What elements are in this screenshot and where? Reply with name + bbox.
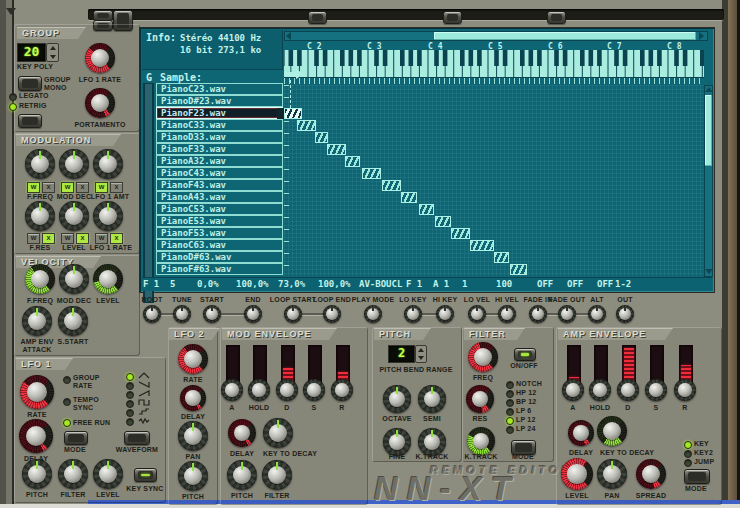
sample-zone[interactable]	[362, 168, 381, 179]
zone-grid[interactable]	[284, 85, 704, 277]
amp-env-pan-knob[interactable]	[597, 459, 627, 489]
keymap-hscroll-thumb[interactable]	[434, 32, 696, 40]
fade-out-knob[interactable]	[558, 305, 576, 323]
alt-knob[interactable]	[588, 305, 606, 323]
mod-env-delay-knob[interactable]	[228, 419, 256, 447]
sample-zone[interactable]	[451, 228, 470, 239]
lo-key-knob[interactable]	[404, 305, 422, 323]
mod-lfo1amt-knob[interactable]	[93, 149, 123, 179]
zone-vscroll[interactable]	[704, 85, 713, 277]
sample-zone[interactable]	[510, 264, 527, 275]
amp-env-d-knob[interactable]	[617, 379, 639, 401]
lfo2-pitch-knob[interactable]	[178, 461, 208, 491]
sample-row[interactable]: PianoD#63.wav	[156, 251, 283, 263]
vscroll-up-icon[interactable]	[705, 87, 713, 92]
lfo1-filter-knob[interactable]	[58, 459, 88, 489]
mod-moddec-w-button[interactable]: W	[61, 182, 74, 193]
keyboard[interactable]	[284, 50, 704, 78]
lfo1-delay-knob[interactable]	[19, 419, 53, 453]
sample-row[interactable]: PianoF33.wav	[156, 143, 283, 155]
sample-row[interactable]: PianoD#23.wav	[156, 95, 283, 107]
legato-retrig-button[interactable]	[18, 114, 42, 128]
sample-row[interactable]: PianoC33.wav	[156, 119, 283, 131]
mod-env-r-knob[interactable]	[331, 379, 353, 401]
amp-env-s-knob[interactable]	[645, 379, 667, 401]
mod-fres-knob[interactable]	[25, 201, 55, 231]
amp-env-key-to-decay-knob[interactable]	[597, 416, 627, 446]
amp-env-hold-knob[interactable]	[589, 379, 611, 401]
pitch-semi-knob[interactable]	[418, 385, 446, 413]
sample-zone[interactable]	[401, 192, 417, 203]
pitch-bend-up-icon[interactable]	[418, 348, 424, 352]
hscroll-right-icon[interactable]	[699, 32, 704, 40]
select-zone-via-midi-button[interactable]	[308, 11, 327, 24]
filter-res-knob[interactable]	[466, 385, 494, 413]
amp-env-a-knob[interactable]	[562, 379, 584, 401]
pitch-octave-knob[interactable]	[383, 385, 411, 413]
solo-sample-button[interactable]	[443, 11, 462, 24]
lfo1-mode-button[interactable]	[64, 431, 88, 445]
mod-env-d-knob[interactable]	[276, 379, 298, 401]
mod-level-knob[interactable]	[59, 201, 89, 231]
fade-in-knob[interactable]	[529, 305, 547, 323]
sample-row[interactable]: PianoD33.wav	[156, 131, 283, 143]
lfo2-delay-knob[interactable]	[180, 385, 206, 411]
mod-env-pitch-knob[interactable]	[227, 460, 257, 490]
sample-row[interactable]: PianoA32.wav	[156, 155, 283, 167]
mod-level-x-button[interactable]: X	[76, 233, 89, 244]
amp-env-spread-knob[interactable]	[636, 459, 666, 489]
vel-sstart-knob[interactable]	[58, 306, 88, 336]
group-marker[interactable]	[284, 72, 296, 77]
vscroll-down-icon[interactable]	[705, 269, 713, 274]
mod-lfo1amt-w-button[interactable]: W	[95, 182, 108, 193]
pitch-fine-knob[interactable]	[383, 428, 411, 456]
filter-freq-knob[interactable]	[468, 342, 498, 372]
group-mono-button[interactable]	[18, 76, 42, 91]
portamento-knob[interactable]	[85, 88, 115, 118]
sample-zone[interactable]	[494, 252, 509, 263]
mod-env-key-to-decay-knob[interactable]	[263, 418, 293, 448]
fold-arrow-icon[interactable]	[6, 8, 16, 15]
mod-fres-x-button[interactable]: X	[42, 233, 55, 244]
sample-row[interactable]: PianoE53.wav	[156, 215, 283, 227]
end-knob[interactable]	[244, 305, 262, 323]
sample-zone-selected[interactable]	[284, 108, 302, 119]
vel-moddec-knob[interactable]	[59, 264, 89, 294]
mod-lfo1rate-x-button[interactable]: X	[110, 233, 123, 244]
root-knob[interactable]	[143, 305, 161, 323]
hi-key-knob[interactable]	[436, 305, 454, 323]
sample-row[interactable]: PianoF53.wav	[156, 227, 283, 239]
mod-env-hold-knob[interactable]	[248, 379, 270, 401]
mod-lfo1rate-knob[interactable]	[93, 201, 123, 231]
lfo1-waveform-button[interactable]	[124, 431, 150, 445]
mod-env-a-knob[interactable]	[221, 379, 243, 401]
sample-zone[interactable]	[435, 216, 451, 227]
lfo1-rate-main-knob[interactable]	[20, 375, 54, 409]
out-knob[interactable]	[616, 305, 634, 323]
sample-row-selected[interactable]: PianoF23.wav	[156, 107, 283, 119]
lfo1-key-sync-button[interactable]	[134, 468, 157, 482]
filter-on-off-button[interactable]	[514, 348, 536, 361]
amp-env-r-knob[interactable]	[674, 379, 696, 401]
sample-zone[interactable]	[419, 204, 434, 215]
sample-zone[interactable]	[315, 132, 328, 143]
sample-row[interactable]: PianoF43.wav	[156, 179, 283, 191]
key-poly-stepper[interactable]	[46, 43, 59, 62]
filter-ktrack-knob[interactable]	[467, 427, 495, 455]
vel-ampenv-attack-knob[interactable]	[22, 306, 52, 336]
loop-start-knob[interactable]	[284, 305, 302, 323]
mod-env-s-knob[interactable]	[303, 379, 325, 401]
sample-row[interactable]: PianoC43.wav	[156, 167, 283, 179]
mod-ffreq-knob[interactable]	[25, 149, 55, 179]
lfo1-pitch-knob[interactable]	[22, 459, 52, 489]
amp-mode-button[interactable]	[684, 469, 710, 484]
mod-ffreq-w-button[interactable]: W	[27, 182, 40, 193]
sample-zone[interactable]	[470, 240, 494, 251]
start-knob[interactable]	[203, 305, 221, 323]
sample-zone[interactable]	[382, 180, 401, 191]
amp-env-level-knob[interactable]	[561, 458, 593, 490]
mod-level-w-button[interactable]: W	[61, 233, 74, 244]
lfo2-pan-knob[interactable]	[178, 421, 208, 451]
hscroll-left-icon[interactable]	[286, 32, 291, 40]
sample-row[interactable]: PianoF#63.wav	[156, 263, 283, 275]
